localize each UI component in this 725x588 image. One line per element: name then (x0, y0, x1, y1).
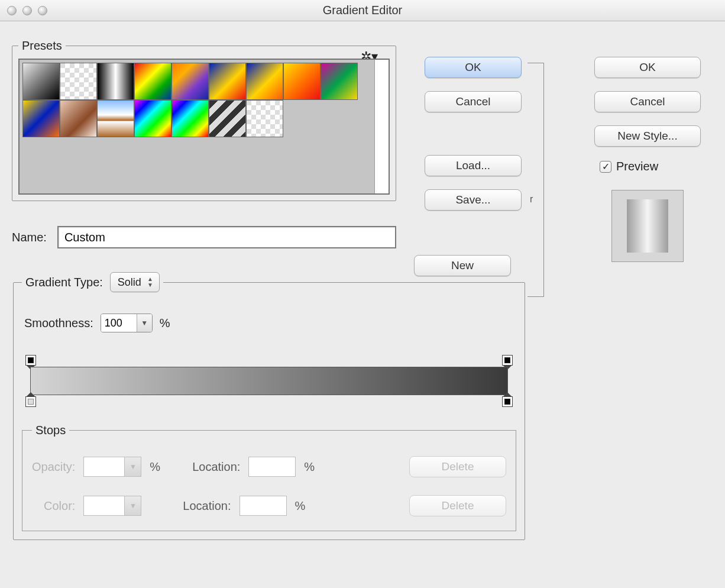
color-dropdown-icon: ▼ (125, 496, 141, 516)
preset-swatch[interactable] (97, 63, 134, 100)
gradient-bar[interactable] (30, 367, 508, 395)
color-stop-right[interactable] (502, 396, 513, 407)
preset-swatch[interactable] (209, 100, 246, 137)
opacity-delete-button: Delete (409, 456, 506, 477)
preview-gradient (627, 199, 668, 253)
presets-scrollbar[interactable] (374, 60, 389, 193)
gradient-type-value: Solid (118, 276, 141, 289)
smoothness-input[interactable] (101, 314, 137, 332)
updown-arrows-icon: ▲▼ (145, 274, 156, 290)
stops-legend: Stops (32, 424, 69, 437)
preset-swatch[interactable] (246, 63, 283, 100)
ok-button[interactable]: OK (425, 57, 522, 78)
preset-swatch[interactable] (60, 100, 97, 137)
preset-swatch[interactable] (22, 100, 60, 137)
preset-swatch[interactable] (171, 63, 209, 100)
smoothness-combo[interactable]: ▼ (101, 314, 153, 332)
preview-checkbox[interactable]: ✓ (600, 161, 611, 173)
outer-cancel-button[interactable]: Cancel (594, 91, 701, 112)
opacity-stop-right[interactable] (502, 355, 513, 366)
new-button[interactable]: New (414, 255, 511, 276)
gradient-type-label: Gradient Type: (25, 276, 103, 289)
color-location-label: Location: (183, 499, 231, 513)
cancel-button[interactable]: Cancel (425, 91, 522, 112)
preset-swatch[interactable] (134, 63, 171, 100)
stops-fieldset: Stops Opacity: ▼ % Location: % Delete (22, 424, 516, 531)
presets-box (18, 59, 390, 195)
outer-ok-button[interactable]: OK (594, 57, 701, 78)
opacity-location-unit: % (304, 460, 315, 474)
preset-swatch[interactable] (22, 63, 60, 100)
color-stop-left[interactable] (25, 396, 36, 407)
preview-checkbox-label: Preview (616, 160, 658, 173)
new-style-button[interactable]: New Style... (594, 125, 701, 147)
preset-swatch[interactable] (209, 63, 246, 100)
preset-swatch[interactable] (171, 100, 209, 137)
opacity-dropdown-icon: ▼ (125, 457, 141, 477)
preset-swatch[interactable] (246, 100, 283, 137)
preset-swatch[interactable] (283, 63, 321, 100)
save-button[interactable]: Save... (425, 189, 522, 211)
preview-thumbnail (611, 190, 684, 262)
smoothness-unit: % (160, 316, 170, 330)
gradient-type-fieldset: Gradient Type: Solid ▲▼ Smoothness: ▼ % (13, 272, 525, 540)
smoothness-label: Smoothness: (24, 316, 93, 330)
gradient-type-select[interactable]: Solid ▲▼ (110, 272, 160, 292)
opacity-location-input (248, 457, 296, 477)
preset-swatch[interactable] (321, 63, 358, 100)
gradient-type-legend: Gradient Type: Solid ▲▼ (22, 272, 163, 292)
dropdown-arrow-icon[interactable]: ▼ (137, 314, 152, 332)
window-title: Gradient Editor (0, 4, 725, 17)
opacity-unit: % (150, 460, 160, 474)
bracket-letter: r (530, 194, 533, 205)
preset-swatch[interactable] (134, 100, 171, 137)
name-label: Name: (12, 231, 47, 244)
name-input[interactable] (57, 226, 396, 248)
opacity-stop-left[interactable] (25, 355, 36, 366)
titlebar: Gradient Editor (0, 0, 725, 21)
presets-legend: Presets (18, 39, 66, 53)
group-bracket (527, 63, 544, 297)
opacity-input (83, 457, 125, 477)
opacity-label: Opacity: (32, 460, 75, 474)
preset-swatch[interactable] (97, 100, 134, 137)
color-location-unit: % (295, 499, 306, 513)
color-label: Color: (44, 499, 75, 513)
presets-fieldset: Presets ✲▾ (12, 39, 396, 201)
color-swatch-input (83, 496, 125, 516)
color-delete-button: Delete (409, 495, 506, 516)
gradient-ramp[interactable] (24, 354, 514, 413)
load-button[interactable]: Load... (425, 155, 522, 176)
opacity-location-label: Location: (192, 460, 240, 474)
color-location-input (239, 496, 287, 516)
preset-swatch[interactable] (60, 63, 97, 100)
